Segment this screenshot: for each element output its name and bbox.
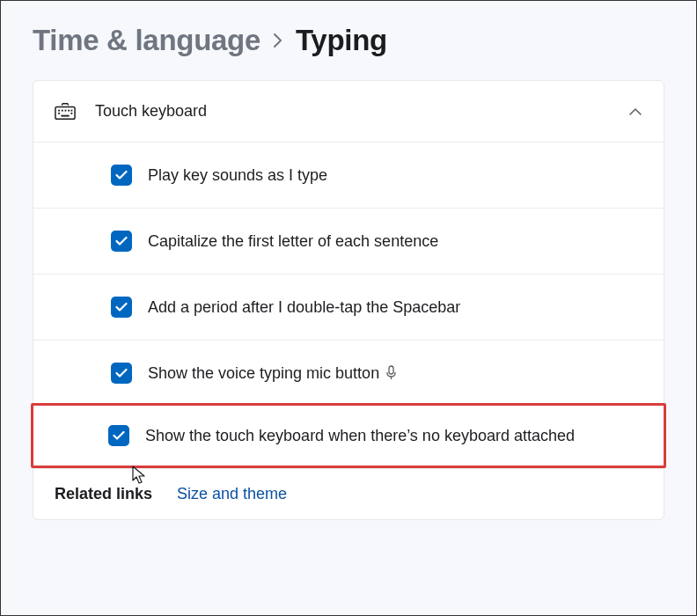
option-label: Show the voice typing mic button [148,362,397,385]
breadcrumb-parent[interactable]: Time & language [33,24,260,57]
svg-rect-7 [70,112,72,114]
svg-rect-6 [58,112,60,114]
svg-rect-5 [70,109,72,111]
chevron-right-icon [273,33,283,48]
option-label: Show the touch keyboard when there’s no … [145,424,575,447]
panel-title: Touch keyboard [95,102,609,121]
option-show-touch-keyboard-no-keyboard[interactable]: Show the touch keyboard when there’s no … [31,403,666,468]
option-label: Capitalize the first letter of each sent… [148,230,438,253]
keyboard-icon [55,103,76,121]
option-show-voice-typing-mic[interactable]: Show the voice typing mic button [33,340,664,406]
option-label: Play key sounds as I type [148,164,327,187]
related-links-row: Related links Size and theme [33,468,664,519]
checkbox[interactable] [111,231,132,252]
related-links-label: Related links [55,485,152,503]
option-capitalize-first-letter[interactable]: Capitalize the first letter of each sent… [33,208,664,274]
svg-rect-1 [58,109,60,111]
touch-keyboard-header[interactable]: Touch keyboard [33,81,664,142]
svg-rect-3 [65,109,67,111]
checkbox[interactable] [108,425,129,446]
svg-rect-2 [62,109,63,111]
breadcrumb: Time & language Typing [33,24,664,57]
checkbox[interactable] [111,165,132,186]
svg-rect-4 [68,109,70,111]
checkbox[interactable] [111,297,132,318]
breadcrumb-current: Typing [296,24,387,57]
svg-rect-9 [389,366,393,374]
option-play-key-sounds[interactable]: Play key sounds as I type [33,142,664,208]
chevron-up-icon [628,104,642,120]
checkbox[interactable] [111,363,132,384]
option-label: Add a period after I double-tap the Spac… [148,296,460,319]
microphone-icon [385,365,397,380]
option-add-period-double-tap[interactable]: Add a period after I double-tap the Spac… [33,274,664,340]
svg-rect-8 [61,114,69,116]
touch-keyboard-panel: Touch keyboard Play key sounds as I type… [33,80,664,520]
size-and-theme-link[interactable]: Size and theme [177,485,287,503]
